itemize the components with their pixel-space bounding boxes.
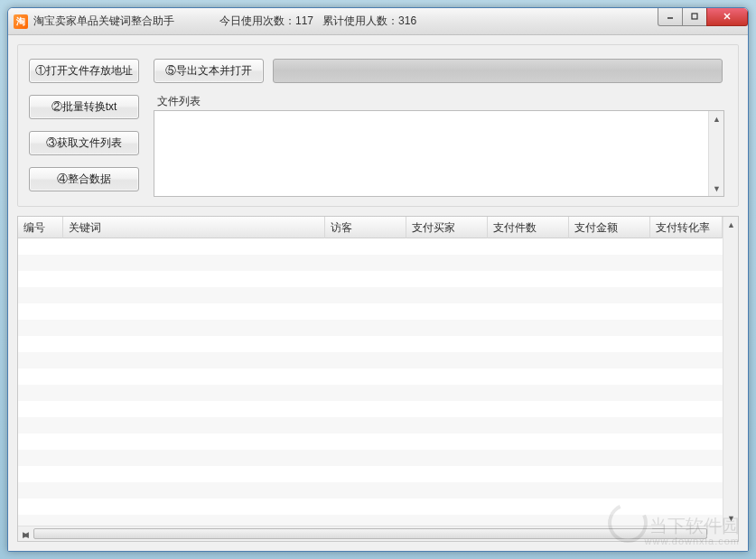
column-header-num[interactable]: 编号 bbox=[18, 217, 63, 238]
file-list-scrollbar[interactable]: ▲ ▼ bbox=[708, 111, 723, 196]
progress-bar bbox=[273, 59, 723, 83]
get-file-list-button[interactable]: ③获取文件列表 bbox=[29, 131, 139, 155]
today-value: 117 bbox=[295, 14, 313, 27]
scroll-corner bbox=[723, 526, 738, 541]
column-header-visitors[interactable]: 访客 bbox=[325, 217, 406, 238]
grid-horizontal-scrollbar[interactable]: ◀ ▶ bbox=[18, 526, 723, 541]
grid-header: 编号关键词访客支付买家支付件数支付金额支付转化率 bbox=[18, 217, 723, 238]
file-list-label: 文件列表 bbox=[157, 94, 201, 109]
window-title: 淘宝卖家单品关键词整合助手 bbox=[33, 14, 174, 29]
main-window: 淘 淘宝卖家单品关键词整合助手 今日使用次数：117 累计使用人数：316 ①打… bbox=[7, 7, 749, 552]
close-button[interactable] bbox=[706, 8, 748, 26]
export-text-open-button[interactable]: ⑤导出文本并打开 bbox=[154, 59, 264, 83]
today-label: 今日使用次数： bbox=[219, 14, 295, 27]
window-controls bbox=[658, 8, 748, 26]
column-header-cvr[interactable]: 支付转化率 bbox=[650, 217, 723, 238]
scroll-down-icon[interactable]: ▼ bbox=[709, 181, 724, 196]
scroll-up-icon[interactable]: ▲ bbox=[723, 217, 739, 232]
scroll-up-icon[interactable]: ▲ bbox=[709, 111, 724, 126]
file-list-textarea[interactable]: ▲ ▼ bbox=[154, 110, 724, 197]
client-area: ①打开文件存放地址 ②批量转换txt ③获取文件列表 ④整合数据 ⑤导出文本并打… bbox=[8, 35, 748, 551]
scroll-down-icon[interactable]: ▼ bbox=[723, 510, 739, 526]
maximize-button[interactable] bbox=[682, 8, 707, 26]
scroll-right-icon[interactable]: ▶ bbox=[18, 526, 33, 542]
consolidate-data-button[interactable]: ④整合数据 bbox=[29, 167, 139, 191]
svg-rect-1 bbox=[692, 14, 697, 19]
data-grid: 编号关键词访客支付买家支付件数支付金额支付转化率 ▲ ▼ ◀ ▶ bbox=[17, 216, 739, 542]
column-header-keyword[interactable]: 关键词 bbox=[63, 217, 325, 238]
column-header-items[interactable]: 支付件数 bbox=[488, 217, 569, 238]
top-panel: ①打开文件存放地址 ②批量转换txt ③获取文件列表 ④整合数据 ⑤导出文本并打… bbox=[17, 44, 739, 207]
scroll-thumb[interactable] bbox=[33, 528, 707, 539]
grid-vertical-scrollbar[interactable]: ▲ ▼ bbox=[723, 217, 738, 526]
total-value: 316 bbox=[398, 14, 416, 27]
batch-convert-txt-button[interactable]: ②批量转换txt bbox=[29, 95, 139, 119]
column-header-buyers[interactable]: 支付买家 bbox=[406, 217, 488, 238]
total-label: 累计使用人数： bbox=[322, 14, 398, 27]
open-folder-button[interactable]: ①打开文件存放地址 bbox=[29, 59, 139, 83]
app-icon: 淘 bbox=[14, 14, 28, 29]
usage-stats: 今日使用次数：117 累计使用人数：316 bbox=[219, 14, 416, 29]
grid-body[interactable] bbox=[18, 238, 723, 526]
titlebar[interactable]: 淘 淘宝卖家单品关键词整合助手 今日使用次数：117 累计使用人数：316 bbox=[8, 8, 748, 35]
column-header-amount[interactable]: 支付金额 bbox=[569, 217, 650, 238]
minimize-button[interactable] bbox=[658, 8, 683, 26]
